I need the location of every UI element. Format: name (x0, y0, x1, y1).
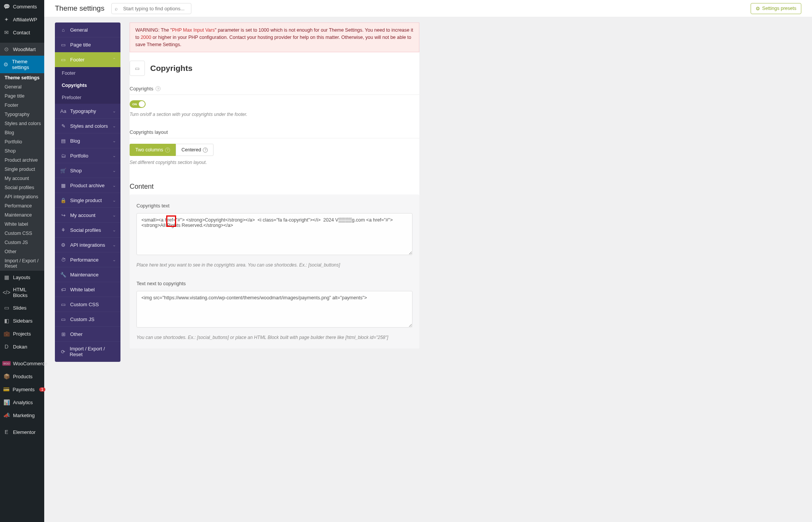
subnav-social[interactable]: Social profiles (0, 183, 44, 192)
blog-icon: ▤ (60, 138, 66, 144)
subnav-product-archive[interactable]: Product archive (0, 156, 44, 165)
sidebar-item-contact[interactable]: ✉Contact (0, 26, 44, 39)
sidebar-label: Payments (13, 387, 35, 392)
subnav-general[interactable]: General (0, 82, 44, 92)
box-icon: 📦 (3, 373, 10, 380)
sidebar-item-comments[interactable]: 💬Comments (0, 0, 44, 13)
search-input[interactable] (111, 3, 191, 14)
speed-icon: ⏱ (60, 257, 66, 263)
sidebar-item-analytics[interactable]: 📊Analytics (0, 396, 44, 409)
snav-performance[interactable]: ⏱Performance (55, 252, 120, 267)
subnav-typography[interactable]: Typography (0, 110, 44, 119)
sidebar-label: WoodMart (13, 47, 36, 52)
subnav-theme-settings[interactable]: Theme settings (0, 73, 44, 82)
snav-general[interactable]: ⌂General (55, 22, 120, 37)
type-icon: Aa (60, 108, 66, 114)
snav-my-account[interactable]: ↪My account (55, 208, 120, 223)
main-content: Theme settings ⌕ ⚙Settings presets ⌂Gene… (44, 0, 812, 522)
text-next-input[interactable] (136, 291, 412, 328)
snav-shop[interactable]: 🛒Shop (55, 163, 120, 178)
subnav-api[interactable]: API integrations (0, 192, 44, 201)
sidebar-item-affiliatewp[interactable]: ✦AffiliateWP (0, 13, 44, 26)
topbar: Theme settings ⌕ ⚙Settings presets (44, 0, 812, 17)
snav-styles[interactable]: ✎Styles and colors (55, 119, 120, 133)
toggle-knob (139, 101, 145, 107)
subnav-styles[interactable]: Styles and colors (0, 119, 44, 128)
sidebar-item-payments[interactable]: 💳Payments1 (0, 383, 44, 396)
footer-icon: ▭ (60, 56, 66, 63)
copyrights-text-input[interactable] (136, 213, 412, 255)
settings-content-panel: WARNING: The "PHP Max Input Vars" parame… (130, 22, 419, 349)
subnav-import-export[interactable]: Import / Export / Reset (0, 256, 44, 271)
snav-white-label[interactable]: 🏷White label (55, 282, 120, 297)
subnav-custom-css[interactable]: Custom CSS (0, 229, 44, 238)
sidebar-item-marketing[interactable]: 📣Marketing (0, 409, 44, 422)
hint-text: You can use shortcodes. Ex.: [social_but… (136, 335, 412, 340)
snav-blog[interactable]: ▤Blog (55, 133, 120, 148)
layout-two-columns-button[interactable]: Two columns? (130, 144, 176, 156)
sidebar-label: Marketing (13, 413, 35, 418)
snav-maintenance[interactable]: 🔧Maintenance (55, 267, 120, 282)
settings-presets-button[interactable]: ⚙Settings presets (751, 3, 801, 14)
snav-sub-prefooter[interactable]: Prefooter (55, 92, 120, 104)
snav-api[interactable]: ⚙API integrations (55, 238, 120, 252)
snav-sub-copyrights[interactable]: Copyrights (55, 79, 120, 92)
sidebar-item-theme-settings[interactable]: ⚙Theme settings (0, 56, 44, 73)
share-icon: ⚘ (60, 227, 66, 233)
snav-product-archive[interactable]: ▦Product archive (55, 178, 120, 193)
subnav-other[interactable]: Other (0, 247, 44, 256)
subnav-custom-js[interactable]: Custom JS (0, 238, 44, 247)
js-icon: ▭ (60, 316, 66, 322)
snav-import-export[interactable]: ⟳Import / Export / Reset (55, 342, 120, 362)
sidebar-item-woodmart[interactable]: ⊙WoodMart (0, 43, 44, 56)
field-label: Text next to copyrights (136, 281, 412, 286)
help-icon[interactable]: ? (156, 86, 160, 91)
grid-icon: ⊞ (60, 331, 66, 337)
sidebar-item-sidebars[interactable]: ◧Sidebars (0, 314, 44, 327)
subnav-blog[interactable]: Blog (0, 128, 44, 137)
section-label: Copyrights layout (130, 126, 419, 138)
search-wrap: ⌕ (111, 3, 191, 14)
subnav-footer[interactable]: Footer (0, 101, 44, 110)
subnav-portfolio[interactable]: Portfolio (0, 137, 44, 146)
snav-page-title[interactable]: ▭Page title (55, 37, 120, 52)
subnav-shop[interactable]: Shop (0, 146, 44, 156)
help-icon[interactable]: ? (165, 148, 170, 153)
snav-portfolio[interactable]: 🗂Portfolio (55, 148, 120, 163)
snav-custom-js[interactable]: ▭Custom JS (55, 312, 120, 327)
subnav-page-title[interactable]: Page title (0, 92, 44, 101)
page-title: Theme settings (55, 4, 104, 13)
snav-sub-footer[interactable]: Footer (55, 67, 120, 79)
sidebar-item-projects[interactable]: 💼Projects (0, 327, 44, 340)
subnav-performance[interactable]: Performance (0, 201, 44, 210)
subnav-my-account[interactable]: My account (0, 174, 44, 183)
sidebar-item-html-blocks[interactable]: </>HTML Blocks (0, 284, 44, 301)
megaphone-icon: 📣 (3, 412, 10, 419)
snav-single-product[interactable]: 🔒Single product (55, 193, 120, 208)
copyrights-toggle[interactable]: ON (130, 100, 146, 108)
sidebar-item-layouts[interactable]: ▦Layouts (0, 271, 44, 284)
snav-other[interactable]: ⊞Other (55, 327, 120, 342)
sidebar-item-woocommerce[interactable]: wooWooCommerce (0, 357, 44, 370)
sidebar-label: HTML Blocks (13, 287, 41, 298)
sidebar-item-slides[interactable]: ▭Slides (0, 301, 44, 314)
sidebar-label: Layouts (13, 275, 30, 280)
layout-centered-button[interactable]: Centered? (176, 144, 213, 156)
content-section-title: Content (130, 183, 419, 191)
help-icon[interactable]: ? (203, 148, 208, 153)
subnav-maintenance[interactable]: Maintenance (0, 210, 44, 220)
subnav-single-product[interactable]: Single product (0, 165, 44, 174)
snav-social[interactable]: ⚘Social profiles (55, 223, 120, 238)
page-icon: ▭ (60, 42, 66, 48)
snav-typography[interactable]: AaTypography (55, 104, 120, 119)
content-title: Copyrights (150, 64, 193, 73)
sidebar-item-dokan[interactable]: DDokan (0, 340, 44, 353)
hint-text: Place here text you want to see in the c… (136, 262, 412, 268)
sidebar-item-elementor[interactable]: EElementor (0, 426, 44, 438)
copyrights-icon: ▭ (130, 61, 145, 76)
snav-custom-css[interactable]: ▭Custom CSS (55, 297, 120, 312)
snav-footer[interactable]: ▭Footer (55, 52, 120, 67)
sidebar-item-products[interactable]: 📦Products (0, 370, 44, 383)
archive-icon: ▦ (60, 182, 66, 188)
subnav-white-label[interactable]: White label (0, 220, 44, 229)
